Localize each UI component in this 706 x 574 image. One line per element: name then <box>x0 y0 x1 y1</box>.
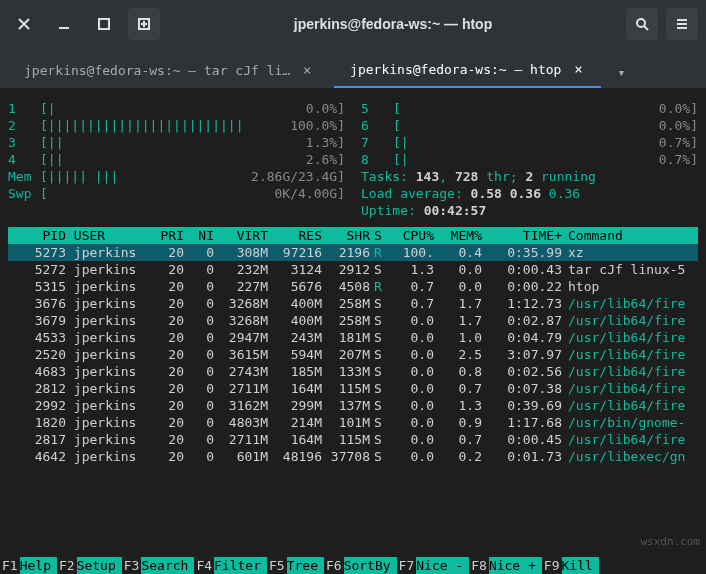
function-keys: F1HelpF2SetupF3SearchF4FilterF5TreeF6Sor… <box>0 557 706 574</box>
fkey-filter[interactable]: F4Filter <box>194 557 267 574</box>
col-user[interactable]: USER <box>66 227 148 244</box>
minimize-window-button[interactable] <box>48 8 80 40</box>
close-icon[interactable]: × <box>571 62 585 76</box>
process-row[interactable]: 3679 jperkins2003268M400M258MS0.01.70:02… <box>8 312 698 329</box>
col-shr[interactable]: SHR <box>322 227 370 244</box>
fkey-nice-[interactable]: F7Nice - <box>397 557 470 574</box>
cpu-meter: 8 [| 0.7%] <box>361 151 698 168</box>
cpu-meter: 5 [ 0.0%] <box>361 100 698 117</box>
svg-point-2 <box>637 19 645 27</box>
process-row[interactable]: 1820 jperkins2004803M214M101MS0.00.91:17… <box>8 414 698 431</box>
fkey-setup[interactable]: F2Setup <box>57 557 122 574</box>
fkey-sortby[interactable]: F6SortBy <box>324 557 397 574</box>
process-list[interactable]: 5273 jperkins200308M972162196R100.0.40:3… <box>8 244 698 465</box>
process-row[interactable]: 5272 jperkins200232M31242912S1.30.00:00.… <box>8 261 698 278</box>
tab-label: jperkins@fedora-ws:~ — htop <box>350 62 561 77</box>
col-time[interactable]: TIME+ <box>482 227 562 244</box>
process-row[interactable]: 4683 jperkins2002743M185M133MS0.00.80:02… <box>8 363 698 380</box>
tasks-line: Tasks: 143, 728 thr; 2 running <box>361 168 698 185</box>
search-button[interactable] <box>626 8 658 40</box>
process-row[interactable]: 2992 jperkins2003162M299M137MS0.01.30:39… <box>8 397 698 414</box>
col-pri[interactable]: PRI <box>148 227 184 244</box>
cpu-meter: 7 [| 0.7%] <box>361 134 698 151</box>
col-virt[interactable]: VIRT <box>214 227 268 244</box>
process-row[interactable]: 4642 jperkins200601M4819637708S0.00.20:0… <box>8 448 698 465</box>
meters: 1 [| 0.0%]2 [|||||||||||||||||||||||||10… <box>8 100 698 219</box>
cpu-meter: 1 [| 0.0%] <box>8 100 345 117</box>
cpu-meter: Swp[ 0K/4.00G] <box>8 185 345 202</box>
process-row[interactable]: 2817 jperkins2002711M164M115MS0.00.70:00… <box>8 431 698 448</box>
fkey-tree[interactable]: F5Tree <box>267 557 324 574</box>
col-s[interactable]: S <box>370 227 386 244</box>
terminal[interactable]: 1 [| 0.0%]2 [|||||||||||||||||||||||||10… <box>0 88 706 574</box>
tab-active[interactable]: jperkins@fedora-ws:~ — htop× <box>334 52 601 88</box>
process-row[interactable]: 5315 jperkins200227M56764508R0.70.00:00.… <box>8 278 698 295</box>
fkey-nice+[interactable]: F8Nice + <box>469 557 542 574</box>
cpu-meter: 4 [|| 2.6%] <box>8 151 345 168</box>
process-row[interactable]: 2812 jperkins2002711M164M115MS0.00.70:07… <box>8 380 698 397</box>
svg-rect-0 <box>99 19 109 29</box>
fkey-kill[interactable]: F9Kill <box>542 557 599 574</box>
col-cpu[interactable]: CPU% <box>386 227 434 244</box>
tab-bar: jperkins@fedora-ws:~ — tar cJf li…× jper… <box>0 48 706 88</box>
uptime-line: Uptime: 00:42:57 <box>361 202 698 219</box>
close-window-button[interactable] <box>8 8 40 40</box>
col-cmd[interactable]: Command <box>562 227 696 244</box>
close-icon[interactable]: × <box>300 63 314 77</box>
fkey-help[interactable]: F1Help <box>0 557 57 574</box>
col-res[interactable]: RES <box>268 227 322 244</box>
process-header[interactable]: PID USER PRI NI VIRT RES SHR S CPU% MEM%… <box>8 227 698 244</box>
col-pid[interactable]: PID <box>10 227 66 244</box>
cpu-meter: 3 [|| 1.3%] <box>8 134 345 151</box>
titlebar: jperkins@fedora-ws:~ — htop <box>0 0 706 48</box>
col-ni[interactable]: NI <box>184 227 214 244</box>
process-row[interactable]: 4533 jperkins2002947M243M181MS0.01.00:04… <box>8 329 698 346</box>
process-row[interactable]: 3676 jperkins2003268M400M258MS0.71.71:12… <box>8 295 698 312</box>
cpu-meter: 2 [|||||||||||||||||||||||||100.0%] <box>8 117 345 134</box>
cpu-meter: 6 [ 0.0%] <box>361 117 698 134</box>
menu-button[interactable] <box>666 8 698 40</box>
tab-inactive[interactable]: jperkins@fedora-ws:~ — tar cJf li…× <box>8 52 330 88</box>
tab-dropdown-button[interactable]: ▾ <box>605 56 637 88</box>
fkey-search[interactable]: F3Search <box>122 557 195 574</box>
process-row[interactable]: 2520 jperkins2003615M594M207MS0.02.53:07… <box>8 346 698 363</box>
col-mem[interactable]: MEM% <box>434 227 482 244</box>
load-line: Load average: 0.58 0.36 0.36 <box>361 185 698 202</box>
cpu-meter: Mem[||||| ||| 2.86G/23.4G] <box>8 168 345 185</box>
watermark: wsxdn.com <box>640 533 700 550</box>
maximize-window-button[interactable] <box>88 8 120 40</box>
tab-label: jperkins@fedora-ws:~ — tar cJf li… <box>24 63 290 78</box>
process-row[interactable]: 5273 jperkins200308M972162196R100.0.40:3… <box>8 244 698 261</box>
new-tab-button[interactable] <box>128 8 160 40</box>
window-title: jperkins@fedora-ws:~ — htop <box>168 16 618 32</box>
